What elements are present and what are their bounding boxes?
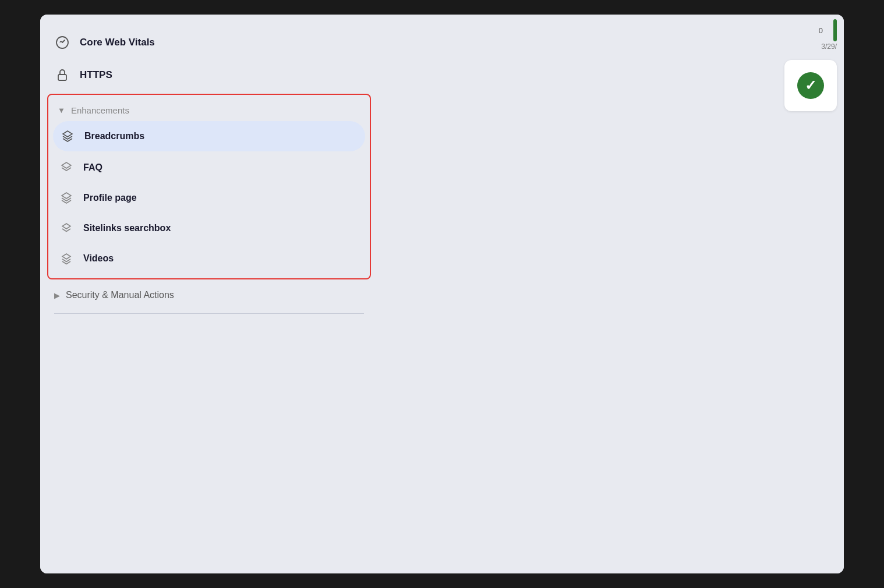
- security-chevron-icon: ▶: [54, 291, 60, 300]
- sidebar: Core Web Vitals HTTPS ▼ Enhancements: [40, 15, 378, 573]
- sidebar-item-videos[interactable]: Videos: [48, 243, 370, 274]
- progress-bar-container: 0: [819, 19, 837, 41]
- sidebar-item-faq[interactable]: FAQ: [48, 153, 370, 183]
- lock-icon: [54, 67, 70, 83]
- sidebar-item-core-web-vitals[interactable]: Core Web Vitals: [40, 26, 378, 59]
- valid-check-icon: [797, 72, 824, 99]
- main-window: Core Web Vitals HTTPS ▼ Enhancements: [40, 15, 844, 573]
- speedometer-icon: [54, 34, 70, 51]
- date-label: 3/29/: [821, 42, 837, 51]
- svg-marker-6: [62, 254, 70, 259]
- sitelinks-layers-icon: [59, 221, 74, 236]
- security-section-label: Security & Manual Actions: [66, 290, 174, 300]
- sidebar-item-videos-label: Videos: [83, 253, 114, 264]
- svg-marker-5: [62, 224, 70, 229]
- profile-layers-icon: [59, 190, 74, 206]
- right-panel: 0 3/29/: [378, 15, 844, 573]
- sidebar-item-https-label: HTTPS: [80, 69, 112, 81]
- svg-rect-1: [58, 75, 66, 80]
- faq-layers-icon: [59, 160, 74, 175]
- sidebar-divider: [54, 313, 364, 314]
- sidebar-item-security-manual-actions[interactable]: ▶ Security & Manual Actions: [40, 282, 378, 309]
- progress-label: 0: [819, 26, 823, 35]
- sidebar-item-profile-page-label: Profile page: [83, 193, 137, 203]
- svg-marker-4: [62, 193, 71, 199]
- sidebar-item-sitelinks-searchbox-label: Sitelinks searchbox: [83, 223, 171, 233]
- enhancements-section: ▼ Enhancements Breadcrumbs: [47, 94, 371, 279]
- sidebar-item-breadcrumbs-label: Breadcrumbs: [84, 131, 144, 141]
- sidebar-item-sitelinks-searchbox[interactable]: Sitelinks searchbox: [48, 213, 370, 243]
- status-card: [784, 60, 837, 111]
- green-bar: [833, 19, 837, 41]
- sidebar-item-https[interactable]: HTTPS: [40, 59, 378, 91]
- enhancements-chevron-icon: ▼: [58, 106, 65, 115]
- enhancements-header[interactable]: ▼ Enhancements: [48, 100, 370, 120]
- enhancements-section-title: Enhancements: [71, 105, 129, 115]
- top-bar: 0 3/29/: [378, 19, 844, 51]
- breadcrumbs-layers-icon: [60, 129, 75, 144]
- sidebar-item-core-web-vitals-label: Core Web Vitals: [80, 37, 155, 48]
- sidebar-item-profile-page[interactable]: Profile page: [48, 183, 370, 213]
- sidebar-item-faq-label: FAQ: [83, 162, 102, 173]
- svg-marker-3: [62, 162, 71, 168]
- svg-marker-2: [63, 131, 72, 137]
- videos-layers-icon: [59, 251, 74, 266]
- progress-track: [826, 19, 837, 41]
- sidebar-item-breadcrumbs[interactable]: Breadcrumbs: [53, 121, 365, 151]
